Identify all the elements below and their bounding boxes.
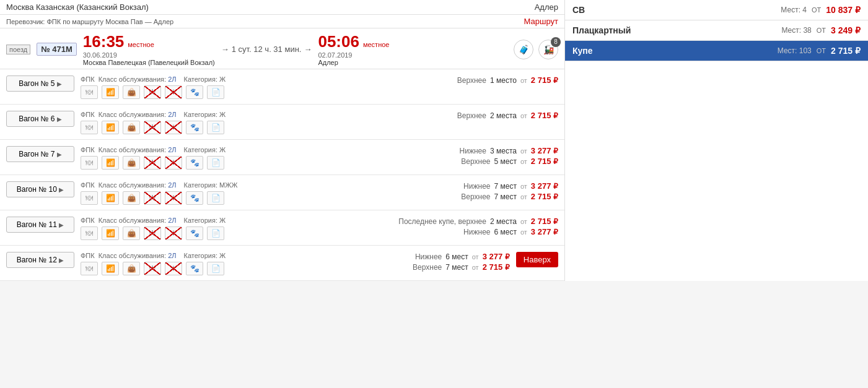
naverh-button[interactable]: Наверх (516, 252, 558, 267)
wagon-btn-arrow: ▶ (59, 257, 64, 264)
wagon-btn-arrow: ▶ (57, 151, 62, 158)
ruble-sign: ₽ (553, 182, 558, 191)
wagon-seats-wagon7: Нижнее 3 места от 3 277 ₽ Верхнее 5 мест… (460, 146, 558, 167)
bag-icon: 👜 (123, 121, 140, 134)
seat-price: 2 715 ₽ (531, 111, 558, 120)
pet-icon: 🐾 (186, 156, 203, 170)
seat-count: 1 место (490, 76, 517, 85)
wagon-btn-wagon7[interactable]: Вагон № 7 ▶ (6, 146, 74, 162)
service-class-value[interactable]: 2Л (168, 181, 176, 189)
wagon-btn-wagon5[interactable]: Вагон № 5 ▶ (6, 75, 74, 92)
seat-type: Верхнее (457, 76, 486, 85)
wagon-btn-wagon11[interactable]: Вагон № 11 ▶ (6, 217, 74, 233)
ruble-sign: ₽ (553, 228, 558, 236)
bag-icon: 👜 (123, 191, 140, 205)
class-tabs: СВ Мест: 4 ОТ 10 837 ₽ Плацкартный Мест:… (565, 0, 868, 61)
carrier-label: ФПК (81, 181, 95, 189)
class-tab-sv[interactable]: СВ Мест: 4 ОТ 10 837 ₽ (565, 0, 868, 20)
signal-icon: 📶 (102, 156, 119, 170)
seat-from: от (520, 112, 527, 119)
ruble-sign: ₽ (553, 76, 558, 85)
food-icon: 🍽 (81, 85, 98, 99)
arrive-date: 02.07.2019 (318, 51, 389, 59)
wagon-details-wagon11: ФПККласс обслуживания: 2ЛКатегория: Ж🍽📶👜… (81, 217, 392, 240)
class-seats-platzkart: Мест: 38 (781, 26, 811, 35)
pet-icon: 🐾 (186, 121, 203, 134)
arrive-local: местное (363, 41, 390, 48)
carrier-label: ФПК (81, 75, 95, 83)
train-number-badge: № 471М (37, 43, 77, 56)
duration: 1 сут. 12 ч. 31 мин. (232, 45, 302, 54)
signal-icon: 📶 (102, 121, 119, 134)
seat-line: Нижнее 6 мест от 3 277 ₽ (413, 252, 510, 261)
seat-type: Последнее купе, верхнее (398, 217, 486, 226)
service-class-value[interactable]: 2Л (168, 217, 176, 224)
doc-icon: 📄 (207, 191, 224, 205)
carrier-label: ФПК (81, 252, 95, 259)
signal-icon: 📶 (102, 262, 119, 275)
seat-price: 2 715 ₽ (531, 192, 558, 201)
wagon-btn-arrow: ▶ (57, 116, 62, 123)
wifi-icon: W (144, 262, 161, 275)
wifi-icon: W (144, 85, 161, 99)
snow-icon: ❄ (165, 226, 182, 240)
pet-icon: 🐾 (186, 226, 203, 240)
category-label: Категория: МЖЖ (184, 181, 238, 189)
wagon-details-wagon12: ФПККласс обслуживания: 2ЛКатегория: Ж🍽📶👜… (81, 252, 406, 275)
wagon-seats-wagon6: Верхнее 2 места от 2 715 ₽ (457, 111, 558, 121)
wagon-row-wagon5: Вагон № 5 ▶ФПККласс обслуживания: 2ЛКате… (0, 69, 564, 105)
seat-from: от (472, 253, 479, 261)
depart-time: 16:35 (83, 32, 125, 51)
depart-station: Москва Павелецкая (Павелецкий Вокзал) (83, 59, 215, 66)
route-link[interactable]: Маршрут (524, 17, 558, 26)
route-to: Адлер (535, 2, 558, 12)
service-class-label: Класс обслуживания: 2Л (99, 111, 180, 118)
seat-from: от (520, 77, 527, 84)
ruble-sign: ₽ (553, 147, 558, 155)
service-class-value[interactable]: 2Л (168, 75, 176, 83)
wagon-meta-wagon6: ФПККласс обслуживания: 2ЛКатегория: Ж (81, 111, 451, 118)
food-icon: 🍽 (81, 121, 98, 134)
carrier-line: Перевозчик: ФПК по маршруту Москва Пав —… (6, 18, 173, 25)
seat-price: 2 715 ₽ (531, 75, 558, 85)
seat-line: Верхнее 7 мест от 2 715 ₽ (413, 262, 510, 272)
seat-from: от (520, 147, 527, 155)
class-tab-kupe[interactable]: Купе Мест: 103 ОТ 2 715 ₽ (565, 41, 868, 61)
service-class-value[interactable]: 2Л (168, 252, 176, 259)
carrier-label: ФПК (81, 217, 95, 224)
signal-icon: 📶 (102, 85, 119, 99)
seat-line: Нижнее 6 мест от 3 277 ₽ (398, 227, 558, 236)
ruble-sign: ₽ (553, 157, 558, 166)
seat-type: Верхнее (457, 111, 486, 120)
wagon-btn-wagon10[interactable]: Вагон № 10 ▶ (6, 181, 74, 197)
seat-from: от (520, 193, 527, 200)
seat-count: 2 места (490, 217, 517, 226)
seat-from: от (520, 218, 527, 225)
poezd-label: поезд (6, 45, 30, 54)
service-class-label: Класс обслуживания: 2Л (99, 75, 180, 83)
wagon-row-wagon12: Вагон № 12 ▶ФПККласс обслуживания: 2ЛКат… (0, 246, 564, 281)
wagon-meta-wagon11: ФПККласс обслуживания: 2ЛКатегория: Ж (81, 217, 392, 224)
bag-icon: 👜 (123, 262, 140, 275)
food-icon: 🍽 (81, 156, 98, 170)
wagon-row-wagon7: Вагон № 7 ▶ФПККласс обслуживания: 2ЛКате… (0, 140, 564, 175)
class-tab-platzkart[interactable]: Плацкартный Мест: 38 ОТ 3 249 ₽ (565, 20, 868, 41)
service-class-value[interactable]: 2Л (168, 111, 176, 118)
service-class-label: Класс обслуживания: 2Л (99, 217, 180, 224)
seat-price: 3 277 ₽ (531, 227, 558, 236)
seat-price: 3 277 ₽ (483, 252, 510, 261)
service-class-value[interactable]: 2Л (168, 146, 176, 153)
seat-line: Нижнее 3 места от 3 277 ₽ (460, 146, 558, 155)
snow-icon: ❄ (165, 191, 182, 205)
depart-local: местное (128, 41, 154, 48)
class-from-sv: ОТ (812, 6, 821, 14)
seat-type: Нижнее (463, 228, 490, 236)
wagon-btn-wagon12[interactable]: Вагон № 12 ▶ (6, 252, 74, 268)
seat-price: 2 715 ₽ (531, 157, 558, 166)
signal-icon: 📶 (102, 191, 119, 205)
wagon-btn-wagon6[interactable]: Вагон № 6 ▶ (6, 111, 74, 127)
seat-count: 5 мест (494, 157, 516, 166)
seat-type: Нижнее (460, 147, 486, 155)
category-label: Категория: Ж (184, 252, 226, 259)
wagon-btn-arrow: ▶ (57, 80, 62, 87)
